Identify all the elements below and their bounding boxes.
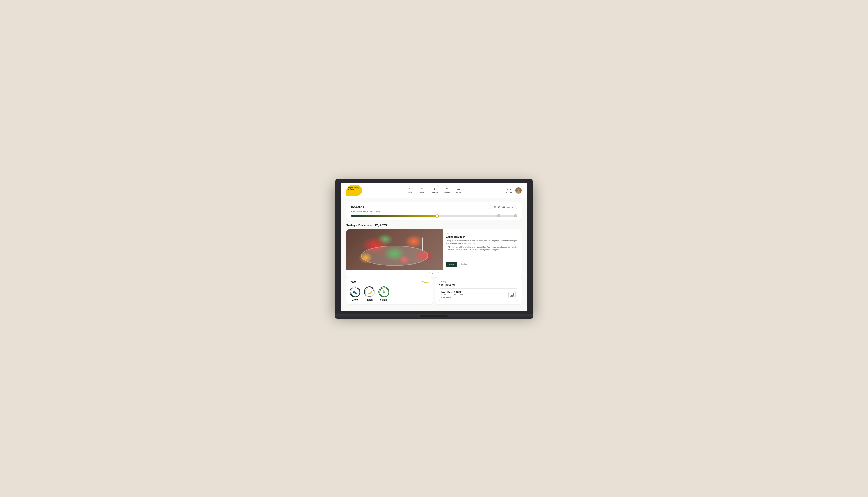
- tips-image: [346, 229, 443, 270]
- sleep-value: 7 hours: [365, 299, 374, 301]
- support-label: Support: [505, 191, 512, 194]
- logo-name: ~personify: [349, 186, 360, 189]
- stats-card: Stats View All 👟: [346, 278, 433, 304]
- stat-item-sleep: 🌙 7 hours: [364, 286, 375, 301]
- progress-dot-1: [497, 214, 501, 217]
- tips-title: Eating Healthier: [446, 236, 519, 238]
- home-icon: ⌂: [408, 187, 410, 191]
- rewards-points-badge[interactable]: ● 5,200 / 10,000 points ▾: [489, 205, 517, 210]
- stats-header: Stats View All: [349, 281, 430, 284]
- nav-item-health[interactable]: ♡ Health: [418, 187, 424, 194]
- media-icon: ⊙: [446, 187, 448, 191]
- tips-actions: Got It Dismiss: [446, 262, 519, 267]
- svg-text:13: 13: [511, 295, 513, 296]
- coaching-section-label: Coaching: [438, 281, 519, 283]
- next-page-button[interactable]: ›: [438, 272, 442, 276]
- user-avatar[interactable]: [515, 187, 522, 194]
- steps-ring-svg: [350, 287, 360, 297]
- tips-content: Daily Tips Eating Healthier Eating healt…: [443, 229, 522, 270]
- session-date: Mon, May 13, 2021: [442, 291, 463, 294]
- laptop-wrapper: ~~personify HEALTH ⌂ Home ♡ Health: [330, 174, 538, 323]
- rewards-card: Rewards → ● 5,200 / 10,000 points ▾ 1,89…: [346, 202, 522, 220]
- sleep-icon-circle: 🌙: [364, 286, 375, 297]
- logo-badge: ~~personify HEALTH: [346, 185, 362, 196]
- activity-value: 60 min: [380, 299, 388, 301]
- logo-subtext: HEALTH: [348, 189, 360, 190]
- chevron-down-icon: ▾: [513, 206, 515, 208]
- calendar-svg: 13: [510, 292, 514, 297]
- activity-icon-circle: 🏃: [378, 286, 389, 297]
- header-right: ◯ Support: [505, 187, 522, 194]
- bottom-grid: Stats View All 👟: [346, 278, 522, 304]
- daily-tips-card: Daily Tips Eating Healthier Eating healt…: [346, 229, 522, 278]
- got-it-button[interactable]: Got It: [446, 262, 458, 267]
- progress-fill: ✓: [351, 215, 437, 217]
- coaching-title: Next Session:: [438, 283, 519, 286]
- progress-thumb: ✓: [435, 214, 439, 217]
- nav-menu: ⌂ Home ♡ Health ✦ Benefits ⊙ Media: [407, 187, 461, 194]
- tips-section-label: Daily Tips: [446, 232, 519, 235]
- tips-pagination: ‹ 1 / 3 ›: [346, 270, 522, 278]
- health-icon: ♡: [420, 187, 423, 191]
- rewards-subtitle: 1,893 points until your next reward!: [351, 210, 517, 213]
- nav-label-benefits: Benefits: [431, 191, 438, 194]
- svg-point-1: [517, 189, 520, 191]
- nav-item-more[interactable]: ··· More: [457, 187, 461, 194]
- main-content: Rewards → ● 5,200 / 10,000 points ▾ 1,89…: [341, 198, 527, 311]
- stat-item-steps: 👟 2,400: [349, 286, 360, 301]
- steps-icon-circle: 👟: [349, 286, 360, 297]
- stat-item-activity: 🏃 60 min: [378, 286, 389, 301]
- logo-text: ~~personify HEALTH: [348, 186, 360, 190]
- pagination-label: 1 / 3: [432, 273, 436, 275]
- session-coach: Coach Keith: [442, 296, 463, 298]
- more-icon: ···: [457, 187, 460, 191]
- prev-page-button[interactable]: ‹: [426, 272, 430, 276]
- progress-dots: [497, 214, 517, 217]
- svg-point-8: [380, 288, 389, 297]
- calendar-icon[interactable]: 13: [508, 291, 516, 298]
- nav-item-home[interactable]: ⌂ Home: [407, 187, 412, 194]
- laptop-base: [335, 314, 533, 318]
- nav-label-more: More: [457, 191, 461, 194]
- dismiss-button[interactable]: Dismiss: [460, 263, 467, 266]
- avatar-svg: [515, 187, 522, 194]
- rewards-title: Rewards →: [351, 205, 368, 209]
- laptop-screen: ~~personify HEALTH ⌂ Home ♡ Health: [341, 183, 527, 311]
- coin-icon: ●: [491, 206, 493, 209]
- nav-item-media[interactable]: ⊙ Media: [444, 187, 450, 194]
- benefits-icon: ✦: [433, 187, 436, 191]
- logo-area: ~~personify HEALTH: [346, 185, 362, 196]
- stats-title: Stats: [349, 281, 356, 284]
- session-info: Mon, May 13, 2021 11:00 AM to 11:20 AM E…: [442, 291, 463, 298]
- support-button[interactable]: ◯ Support: [505, 187, 512, 194]
- rewards-progress-bar: ✓: [351, 215, 517, 217]
- tips-bullet: Fill your plate with colorful fruits and…: [446, 246, 519, 251]
- activity-ring-svg: [379, 287, 389, 297]
- support-icon: ◯: [507, 187, 511, 191]
- tips-inner: Daily Tips Eating Healthier Eating healt…: [346, 229, 522, 270]
- stats-grid: 👟 2,400 🌙: [349, 286, 430, 301]
- app-header: ~~personify HEALTH ⌂ Home ♡ Health: [341, 183, 527, 198]
- tips-body: Eating healthier doesn't have to be a ch…: [446, 240, 519, 244]
- steps-value: 2,400: [352, 299, 358, 301]
- today-header: Today - December 12, 2023: [346, 224, 522, 227]
- bowl-shape: [361, 245, 428, 266]
- nav-label-media: Media: [444, 191, 450, 194]
- nav-item-benefits[interactable]: ✦ Benefits: [431, 187, 438, 194]
- coaching-card: Coaching Next Session: Mon, May 13, 2021…: [435, 278, 522, 304]
- session-card: Mon, May 13, 2021 11:00 AM to 11:20 AM E…: [438, 288, 519, 301]
- nav-label-home: Home: [407, 191, 412, 194]
- sleep-ring-svg: [365, 287, 375, 297]
- nav-label-health: Health: [418, 191, 424, 194]
- session-time: 11:00 AM to 11:20 AM EST: [442, 294, 463, 296]
- view-all-button[interactable]: View All: [422, 281, 430, 283]
- rewards-header: Rewards → ● 5,200 / 10,000 points ▾: [351, 205, 517, 210]
- rewards-points-value: 5,200 / 10,000 points: [494, 206, 512, 208]
- laptop-body: ~~personify HEALTH ⌂ Home ♡ Health: [335, 179, 533, 314]
- progress-dot-2: [514, 214, 517, 217]
- fork-shape: [422, 238, 423, 251]
